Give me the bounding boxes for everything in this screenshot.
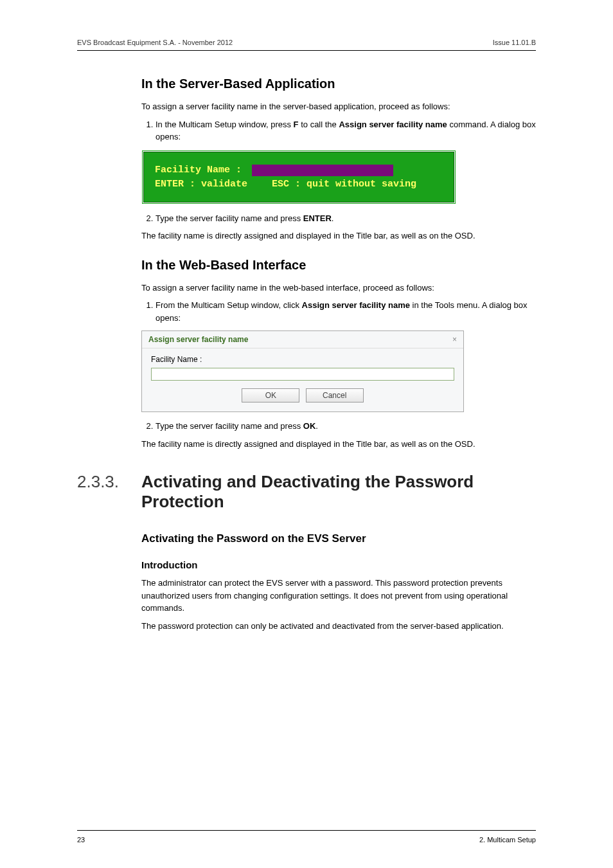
web-step-1: From the Multicam Setup window, click As… — [155, 299, 536, 324]
dialog-title: Assign server facility name — [148, 335, 248, 344]
intro-p1: The administrator can protect the EVS se… — [141, 577, 536, 615]
section-233-title: Activating and Deactivating the Password… — [141, 472, 536, 512]
footer-page: 23 — [77, 836, 85, 844]
section-web-intro: To assign a server facility name in the … — [141, 282, 536, 294]
activating-password-title: Activating the Password on the EVS Serve… — [141, 532, 536, 545]
section-web-outro: The facility name is directly assigned a… — [141, 438, 536, 451]
terminal-enter-hint: ENTER : validate — [155, 179, 247, 190]
terminal-dialog: Facility Name : ENTER : validate ESC : q… — [141, 150, 456, 204]
web-step-2: Type the server facility name and press … — [155, 420, 536, 433]
section-number: 2.3.3. — [77, 472, 141, 492]
dialog-facility-label: Facility Name : — [151, 355, 454, 364]
terminal-esc-hint: ESC : quit without saving — [272, 179, 416, 190]
section-web-title: In the Web-Based Interface — [141, 258, 536, 273]
terminal-facility-label: Facility Name : — [155, 165, 242, 176]
cancel-button[interactable]: Cancel — [306, 388, 364, 402]
ok-button[interactable]: OK — [242, 388, 299, 402]
section-server-outro: The facility name is directly assigned a… — [141, 230, 536, 242]
web-dialog: Assign server facility name × Facility N… — [141, 330, 464, 412]
section-server-intro: To assign a server facility name in the … — [141, 100, 536, 113]
header-right: Issue 11.01.B — [493, 39, 536, 46]
dialog-facility-input[interactable] — [151, 368, 454, 381]
close-icon[interactable]: × — [452, 335, 457, 344]
server-step-2: Type the server facility name and press … — [155, 212, 536, 225]
header-left: EVS Broadcast Equipment S.A. - November … — [77, 39, 233, 46]
terminal-facility-input[interactable] — [252, 165, 393, 176]
server-step-1: In the Multicam Setup window, press F to… — [155, 118, 536, 143]
footer-section: 2. Multicam Setup — [479, 836, 536, 844]
intro-p2: The password protection can only be acti… — [141, 620, 536, 633]
introduction-title: Introduction — [141, 559, 536, 570]
section-server-title: In the Server-Based Application — [141, 77, 536, 91]
